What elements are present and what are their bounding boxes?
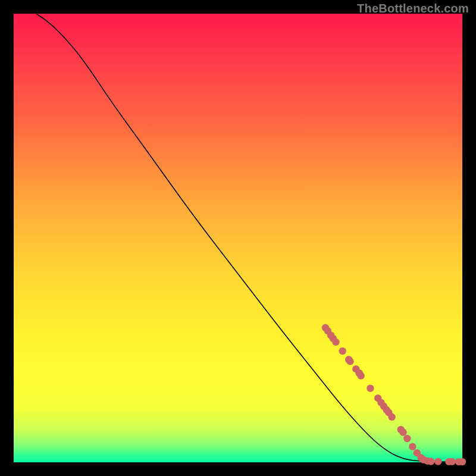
data-point xyxy=(409,443,416,450)
data-point xyxy=(434,458,441,465)
watermark-text: TheBottleneck.com xyxy=(357,2,469,15)
chart-frame: TheBottleneck.com xyxy=(0,0,476,476)
data-point xyxy=(346,358,353,365)
data-point xyxy=(388,414,395,421)
chart-svg xyxy=(14,14,462,462)
data-point xyxy=(357,372,364,379)
data-point xyxy=(367,384,374,392)
bottleneck-curve xyxy=(36,14,462,462)
data-point xyxy=(403,435,411,442)
data-point xyxy=(449,458,456,465)
data-point xyxy=(339,347,346,355)
plot-area xyxy=(14,14,462,462)
data-point xyxy=(459,458,466,465)
data-point xyxy=(332,339,339,346)
data-points xyxy=(322,324,466,466)
data-point xyxy=(427,458,434,465)
data-point xyxy=(399,428,406,436)
